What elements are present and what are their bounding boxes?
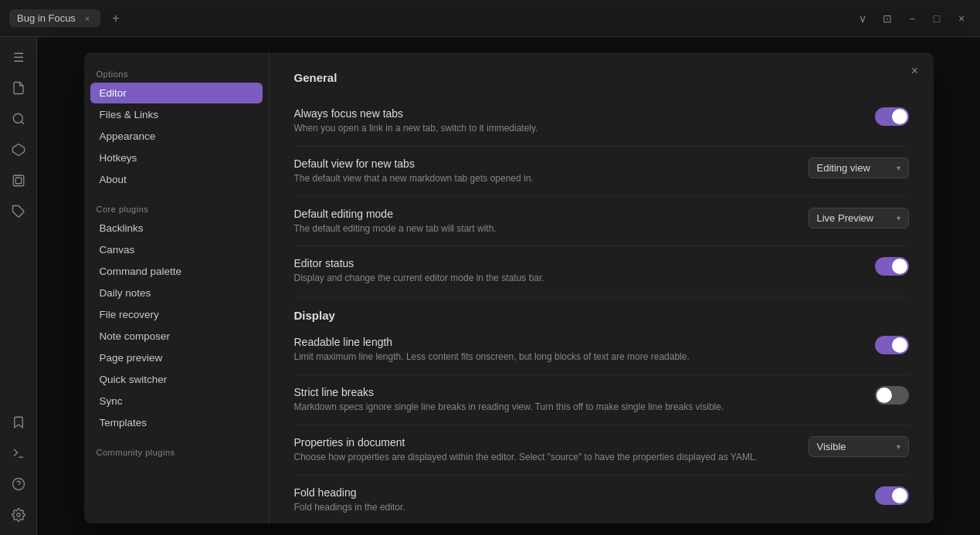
modal-close-button[interactable]: × (906, 62, 924, 80)
display-section-title: Display (294, 309, 909, 322)
sidebar-toggle-icon[interactable]: ☰ (5, 43, 32, 71)
setting-desc-editing-mode: The default editing mode a new tab will … (294, 222, 790, 235)
search-icon[interactable] (5, 105, 32, 133)
content-area: × Options Editor Files & Links Appearanc… (37, 37, 980, 535)
settings-modal: × Options Editor Files & Links Appearanc… (84, 52, 934, 523)
setting-strict-line-breaks: Strict line breaks Markdown specs ignore… (294, 375, 909, 425)
settings-content: General Always focus new tabs When you o… (270, 52, 934, 523)
setting-desc-readable-line: Limit maximum line length. Less content … (294, 350, 856, 364)
sidebar-item-quick-switcher[interactable]: Quick switcher (90, 369, 263, 390)
general-section-title: General (294, 71, 909, 84)
toggle-knob-fold-heading (892, 488, 907, 503)
sidebar-item-about[interactable]: About (90, 169, 263, 190)
setting-desc-editor-status: Display and change the current editor mo… (294, 272, 856, 285)
chevron-down-icon-2: ▾ (897, 214, 900, 222)
vault-icon[interactable] (5, 167, 32, 195)
setting-name-default-view: Default view for new tabs (294, 157, 790, 170)
setting-control-default-view: Editing view ▾ (809, 157, 909, 178)
setting-always-focus-new-tabs: Always focus new tabs When you open a li… (294, 97, 909, 147)
file-icon[interactable] (5, 74, 32, 102)
setting-info-strict-line: Strict line breaks Markdown specs ignore… (294, 386, 875, 414)
svg-marker-2 (12, 144, 24, 156)
toggle-strict-line[interactable] (875, 386, 909, 405)
setting-control-editing-mode: Live Preview ▾ (809, 208, 909, 229)
dropdown-properties[interactable]: Visible ▾ (809, 436, 909, 457)
sidebar-item-backlinks[interactable]: Backlinks (90, 218, 263, 239)
setting-name-fold-heading: Fold heading (294, 486, 856, 499)
setting-name-strict-line: Strict line breaks (294, 386, 856, 398)
toggle-readable-line[interactable] (875, 336, 909, 354)
sidebar-item-daily-notes[interactable]: Daily notes (90, 283, 263, 303)
setting-control-always-focus (875, 107, 909, 126)
setting-info-editing-mode: Default editing mode The default editing… (294, 208, 809, 235)
toggle-knob-always-focus (892, 109, 907, 124)
tags-icon[interactable] (5, 198, 32, 225)
svg-point-0 (13, 113, 22, 123)
tab-title: Bug in Focus (17, 12, 76, 24)
sidebar-item-templates[interactable]: Templates (90, 412, 263, 433)
core-plugins-section-label: Core plugins (90, 200, 263, 217)
dropdown-editing-mode[interactable]: Live Preview ▾ (809, 208, 909, 229)
setting-info-fold-heading: Fold heading Fold headings in the editor… (294, 486, 875, 514)
setting-default-view: Default view for new tabs The default vi… (294, 147, 909, 197)
sidebar-item-command-palette[interactable]: Command palette (90, 261, 263, 282)
setting-name-properties: Properties in document (294, 436, 790, 449)
toggle-fold-heading[interactable] (875, 486, 909, 505)
setting-name-always-focus: Always focus new tabs (294, 107, 856, 120)
setting-info-readable-line: Readable line length Limit maximum line … (294, 336, 875, 364)
terminal-icon[interactable] (5, 439, 32, 467)
setting-desc-properties: Choose how properties are displayed with… (294, 451, 790, 464)
minimize-button[interactable]: − (903, 9, 921, 28)
sidebar-item-files-links[interactable]: Files & Links (90, 104, 263, 125)
setting-desc-strict-line: Markdown specs ignore single line breaks… (294, 401, 856, 414)
settings-sidebar: Options Editor Files & Links Appearance … (84, 52, 270, 523)
dropdown-icon[interactable]: ∨ (853, 9, 872, 28)
setting-desc-default-view: The default view that a new markdown tab… (294, 172, 790, 185)
setting-name-editor-status: Editor status (294, 257, 856, 269)
sidebar-item-appearance[interactable]: Appearance (90, 126, 263, 147)
sidebar-item-canvas[interactable]: Canvas (90, 239, 263, 260)
sidebar-item-page-preview[interactable]: Page preview (90, 347, 263, 368)
dropdown-properties-value: Visible (817, 441, 846, 452)
maximize-button[interactable]: □ (927, 9, 946, 28)
setting-desc-always-focus: When you open a link in a new tab, switc… (294, 122, 856, 135)
sidebar-item-file-recovery[interactable]: File recovery (90, 304, 263, 325)
settings-icon[interactable] (5, 501, 32, 529)
help-icon[interactable] (5, 470, 32, 498)
sidebar-item-editor[interactable]: Editor (90, 83, 263, 103)
setting-fold-heading: Fold heading Fold headings in the editor… (294, 476, 909, 523)
setting-properties-document: Properties in document Choose how proper… (294, 425, 909, 476)
setting-editor-status: Editor status Display and change the cur… (294, 246, 909, 296)
bookmarks-icon[interactable] (5, 408, 32, 436)
svg-point-9 (16, 513, 20, 517)
active-tab[interactable]: Bug in Focus × (9, 9, 100, 27)
tab-close-button[interactable]: × (82, 13, 93, 24)
split-view-icon[interactable]: ⊡ (878, 9, 897, 28)
dropdown-default-view[interactable]: Editing view ▾ (809, 157, 909, 178)
setting-info-editor-status: Editor status Display and change the cur… (294, 257, 875, 285)
sidebar-item-sync[interactable]: Sync (90, 391, 263, 411)
chevron-down-icon-3: ▾ (897, 442, 900, 451)
svg-line-1 (21, 121, 23, 124)
toggle-always-focus[interactable] (875, 107, 909, 126)
new-tab-button[interactable]: + (107, 9, 125, 28)
setting-desc-fold-heading: Fold headings in the editor. (294, 501, 856, 514)
setting-control-readable-line (875, 336, 909, 354)
dropdown-default-view-value: Editing view (817, 162, 870, 174)
titlebar: Bug in Focus × + ∨ ⊡ − □ × (0, 0, 980, 37)
setting-control-properties: Visible ▾ (809, 436, 909, 457)
close-window-button[interactable]: × (952, 9, 971, 28)
setting-info-always-focus: Always focus new tabs When you open a li… (294, 107, 875, 135)
setting-default-editing-mode: Default editing mode The default editing… (294, 197, 909, 247)
setting-info-properties: Properties in document Choose how proper… (294, 436, 809, 464)
options-section-label: Options (90, 65, 263, 82)
toggle-editor-status[interactable] (875, 257, 909, 276)
svg-point-7 (12, 479, 24, 490)
sidebar-item-hotkeys[interactable]: Hotkeys (90, 147, 263, 168)
graph-icon[interactable] (5, 136, 32, 164)
sidebar-item-note-composer[interactable]: Note composer (90, 326, 263, 347)
chevron-down-icon: ▾ (897, 164, 900, 172)
icon-sidebar: ☰ (0, 37, 37, 535)
setting-control-editor-status (875, 257, 909, 276)
tab-bar: Bug in Focus × + (9, 9, 125, 28)
